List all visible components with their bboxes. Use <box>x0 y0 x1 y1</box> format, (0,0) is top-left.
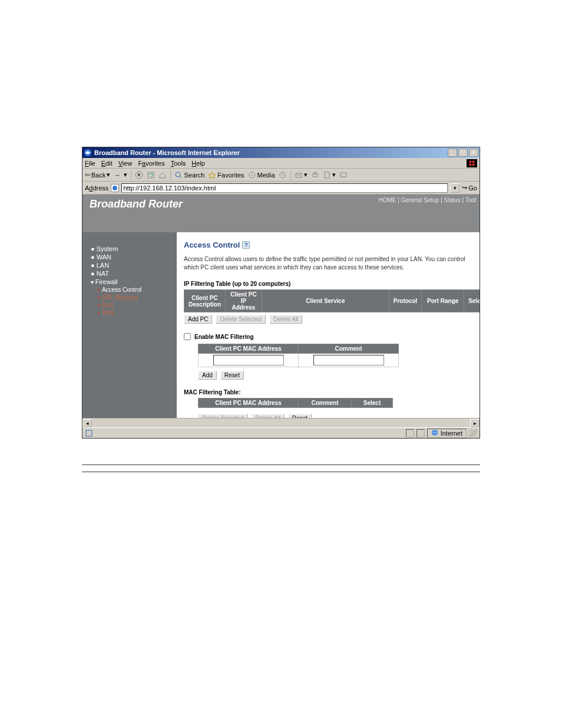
favorites-label: Favorites <box>217 172 244 179</box>
menu-edit[interactable]: Edit <box>101 160 113 167</box>
section-title: Access Control ? <box>184 241 474 249</box>
mac-input-table: Client PC MAC Address Comment <box>198 344 399 367</box>
sidebar-sub-url-blocking[interactable]: ▸URL Blocking <box>98 294 172 301</box>
sub-label: DoS <box>102 302 113 308</box>
page-content: Broadband Router HOME | General Setup | … <box>82 195 480 427</box>
sidebar-sub-access-control[interactable]: ▸Access Control <box>98 286 172 293</box>
sidebar-item-wan[interactable]: WAN <box>91 253 172 261</box>
menu-help[interactable]: Help <box>191 160 205 167</box>
discuss-icon <box>339 171 348 179</box>
sidebar: System WAN LAN NAT Firewall ▸Access Cont… <box>82 232 177 418</box>
delete-selected-button[interactable]: Delete Selected <box>216 315 266 324</box>
sidebar-sub-dmz[interactable]: ▸DMZ <box>98 309 172 316</box>
arrow-icon: ▸ <box>98 295 100 300</box>
sidebar-sub-dos[interactable]: ▸DoS <box>98 302 172 308</box>
print-button[interactable] <box>311 171 319 179</box>
print-icon <box>311 171 319 179</box>
delete-all-button2[interactable]: Delete All <box>252 414 285 418</box>
back-button[interactable]: ⇦ Back ▾ <box>85 171 110 179</box>
maximize-button[interactable]: □ <box>458 149 468 157</box>
go-label: Go <box>468 185 477 192</box>
address-dropdown[interactable]: ▾ <box>450 183 459 193</box>
banner-links[interactable]: HOME | General Setup | Status | Tool <box>379 197 476 203</box>
sub-label: Access Control <box>102 286 141 293</box>
discuss-button[interactable] <box>339 171 348 179</box>
favorites-button[interactable]: Favorites <box>208 171 244 179</box>
window-title: Broadband Router - Microsoft Internet Ex… <box>94 149 448 156</box>
address-bar: Address ▾ ↪Go <box>82 182 480 195</box>
statusbar: Internet <box>82 427 480 438</box>
section-title-text: Access Control <box>184 241 240 249</box>
sidebar-item-nat[interactable]: NAT <box>91 270 172 277</box>
back-label: Back <box>91 172 105 179</box>
reset-button2[interactable]: Reset <box>288 414 312 418</box>
globe-icon <box>431 429 438 437</box>
add-button[interactable]: Add <box>198 371 217 380</box>
enable-mac-checkbox[interactable] <box>184 333 191 340</box>
menu-file[interactable]: File <box>85 160 95 167</box>
status-pane <box>416 429 425 437</box>
favorites-icon <box>208 171 216 179</box>
sidebar-item-system[interactable]: System <box>91 245 172 252</box>
sidebar-item-firewall[interactable]: Firewall <box>91 278 172 285</box>
mail-button[interactable]: ▾ <box>295 171 308 179</box>
reset-button[interactable]: Reset <box>220 371 244 380</box>
th-port-range: Port Range <box>422 290 464 312</box>
address-label: Address <box>85 185 108 192</box>
mac-address-input[interactable] <box>213 355 284 365</box>
home-button[interactable] <box>158 171 167 179</box>
banner: Broadband Router HOME | General Setup | … <box>82 195 480 232</box>
minimize-button[interactable]: _ <box>448 149 457 157</box>
scroll-left-button[interactable]: ◂ <box>82 419 92 427</box>
th-mac-addr2: Client PC MAC Address <box>199 398 299 408</box>
svg-point-5 <box>176 172 180 177</box>
history-icon <box>279 171 287 179</box>
ipfilter-label: IP Filtering Table (up to 20 computers) <box>184 281 474 287</box>
zone-label: Internet <box>441 430 462 437</box>
th-select2: Select <box>352 398 393 408</box>
browser-window: Broadband Router - Microsoft Internet Ex… <box>82 147 480 439</box>
add-pc-button[interactable]: Add PC <box>184 315 212 324</box>
th-comment2: Comment <box>299 398 352 408</box>
close-button[interactable]: × <box>469 149 478 157</box>
delete-selected-button2[interactable]: Delete Selected <box>198 414 248 418</box>
resize-grip[interactable] <box>469 429 477 437</box>
menu-view[interactable]: View <box>118 160 133 167</box>
mac-comment-input[interactable] <box>313 355 384 365</box>
menu-favorites[interactable]: Favorites <box>138 160 164 167</box>
page-icon <box>111 184 119 192</box>
refresh-icon <box>147 171 155 179</box>
media-label: Media <box>257 172 275 179</box>
forward-button[interactable]: → <box>114 172 120 179</box>
svg-point-15 <box>113 186 117 190</box>
home-icon <box>158 171 167 179</box>
help-icon[interactable]: ? <box>242 241 250 249</box>
address-input[interactable] <box>121 183 448 193</box>
ip-filter-table: Client PC Description Client PC IP Addre… <box>184 289 480 312</box>
svg-rect-14 <box>340 173 346 177</box>
arrow-icon: ▸ <box>98 302 100 308</box>
sub-label: URL Blocking <box>102 294 137 301</box>
menu-tools[interactable]: Tools <box>171 160 186 167</box>
refresh-button[interactable] <box>147 171 155 179</box>
media-button[interactable]: Media <box>248 171 275 179</box>
forward-menu[interactable]: ▾ <box>124 171 127 179</box>
th-mac-addr: Client PC MAC Address <box>199 344 299 354</box>
section-desc: Access Control allows users to define th… <box>184 255 474 271</box>
th-select: Select <box>464 290 480 312</box>
th-protocol: Protocol <box>389 290 422 312</box>
history-button[interactable] <box>279 171 287 179</box>
sidebar-item-lan[interactable]: LAN <box>91 262 172 269</box>
mac-table-label: MAC Filtering Table: <box>184 389 474 396</box>
search-button[interactable]: Search <box>174 171 204 179</box>
go-button[interactable]: ↪Go <box>462 184 477 192</box>
horizontal-scrollbar[interactable]: ◂ ▸ <box>82 418 480 427</box>
page-status-icon <box>85 429 93 437</box>
stop-button[interactable]: ✕ <box>135 171 143 179</box>
scroll-right-button[interactable]: ▸ <box>470 419 480 427</box>
menubar: File Edit View Favorites Tools Help <box>82 158 480 169</box>
delete-all-button[interactable]: Delete All <box>269 315 302 324</box>
ie-icon <box>84 149 92 157</box>
edit-button[interactable]: ▾ <box>323 171 336 179</box>
arrow-icon: ▸ <box>98 287 100 292</box>
